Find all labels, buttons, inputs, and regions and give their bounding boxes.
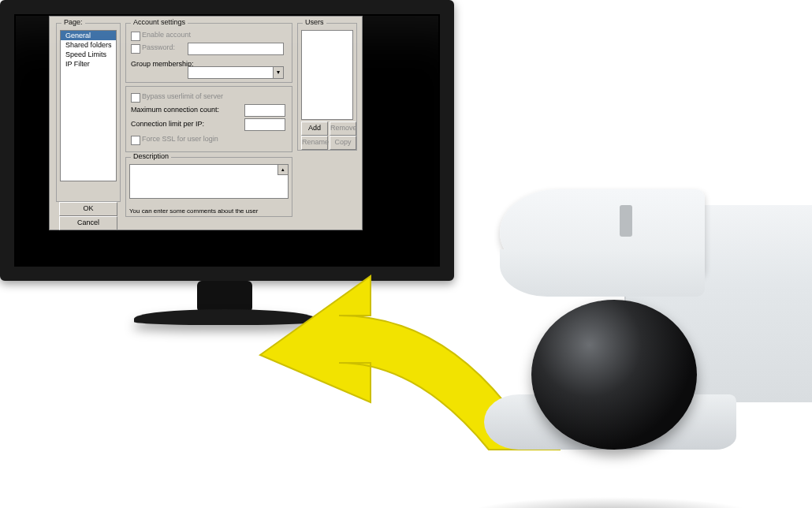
- page-list[interactable]: General Shared folders Speed Limits IP F…: [60, 30, 117, 181]
- account-settings-legend: Account settings: [131, 18, 188, 26]
- group-membership-select[interactable]: [188, 66, 284, 79]
- enable-account-checkbox[interactable]: [131, 32, 140, 41]
- per-ip-input[interactable]: [244, 118, 285, 131]
- monitor-bezel: Page: General Shared folders Speed Limit…: [0, 0, 454, 281]
- camera-shadow: [468, 497, 752, 508]
- password-checkbox[interactable]: [131, 44, 140, 54]
- bypass-userlimit-checkbox[interactable]: [131, 93, 140, 103]
- description-legend: Description: [131, 152, 171, 160]
- users-legend: Users: [303, 18, 326, 26]
- page-item-speed-limits[interactable]: Speed Limits: [61, 50, 116, 59]
- password-label: Password:: [142, 43, 175, 51]
- users-list[interactable]: [301, 30, 353, 120]
- force-ssl-label: Force SSL for user login: [142, 135, 218, 143]
- page-item-general[interactable]: General: [61, 31, 116, 40]
- copy-user-button[interactable]: Copy: [330, 136, 356, 150]
- scene: Page: General Shared folders Speed Limit…: [0, 0, 812, 508]
- camera-joint: [620, 205, 632, 237]
- force-ssl-checkbox[interactable]: [131, 136, 140, 145]
- account-settings-panel: Account settings Enable account Password…: [125, 23, 292, 83]
- users-settings-dialog: Page: General Shared folders Speed Limit…: [49, 16, 363, 230]
- users-panel: Users Add Remove Rename Copy: [297, 23, 357, 151]
- description-hint: You can enter some comments about the us…: [129, 207, 258, 215]
- max-conn-input[interactable]: [244, 104, 285, 117]
- max-conn-label: Maximum connection count:: [131, 106, 219, 114]
- limits-panel: Bypass userlimit of server Maximum conne…: [125, 86, 292, 152]
- group-membership-label: Group membership:: [131, 60, 194, 68]
- enable-account-label: Enable account: [142, 31, 191, 39]
- add-user-button[interactable]: Add: [301, 121, 328, 136]
- per-ip-label: Connection limit per IP:: [131, 120, 204, 128]
- page-panel: Page: General Shared folders Speed Limit…: [56, 23, 121, 202]
- ok-button[interactable]: OK: [59, 202, 117, 216]
- monitor-screen: Page: General Shared folders Speed Limit…: [14, 14, 440, 267]
- ip-camera: [468, 158, 812, 458]
- remove-user-button[interactable]: Remove: [330, 121, 356, 136]
- description-textarea[interactable]: [129, 164, 289, 199]
- camera-dome: [531, 300, 697, 450]
- password-input[interactable]: [188, 43, 284, 55]
- page-item-shared-folders[interactable]: Shared folders: [61, 40, 116, 50]
- cancel-button[interactable]: Cancel: [59, 216, 117, 230]
- rename-user-button[interactable]: Rename: [301, 136, 328, 150]
- page-item-ip-filter[interactable]: IP Filter: [61, 59, 116, 69]
- description-panel: Description You can enter some comments …: [125, 157, 292, 217]
- bypass-userlimit-label: Bypass userlimit of server: [142, 92, 223, 100]
- page-panel-legend: Page:: [61, 18, 85, 26]
- camera-hood: [500, 189, 705, 276]
